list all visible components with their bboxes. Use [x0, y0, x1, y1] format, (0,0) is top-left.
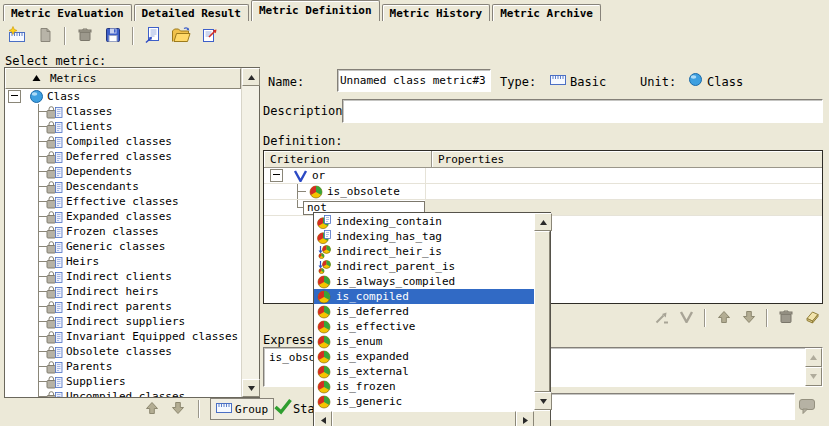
- scroll-up-button[interactable]: [534, 213, 552, 231]
- column-header-criterion[interactable]: Criterion: [264, 151, 432, 168]
- tree-item-effective-classes[interactable]: Effective classes: [5, 194, 241, 209]
- criterion-tag-icon: [317, 230, 332, 244]
- move-criterion-down-button: [737, 306, 760, 330]
- tab-metric-history[interactable]: Metric History: [382, 4, 491, 21]
- scroll-up-button[interactable]: [242, 68, 260, 86]
- arrow-up-icon: [716, 309, 732, 328]
- tab-bar: Metric EvaluationDetailed ResultMetric D…: [0, 0, 829, 21]
- tree-item-indirect-parents[interactable]: Indirect parents: [5, 299, 241, 314]
- tree-item-uncompiled-classes[interactable]: Uncompiled classes: [5, 389, 241, 397]
- tree-item-class[interactable]: Class: [5, 89, 241, 104]
- scroll-down-button[interactable]: [242, 379, 260, 397]
- tree-item-invariant-equipped-classes[interactable]: Invariant Equipped classes: [5, 329, 241, 344]
- tree-item-obsolete-classes[interactable]: Obsolete classes: [5, 344, 241, 359]
- criterion-relation-icon: [317, 245, 332, 259]
- export-metrics-button[interactable]: [196, 24, 222, 48]
- criterion-option-is-compiled[interactable]: is_compiled: [314, 289, 534, 304]
- description-input[interactable]: [342, 99, 823, 123]
- group-toggle-button[interactable]: Group: [210, 398, 274, 420]
- criterion-option-is-effective[interactable]: is_effective: [314, 319, 534, 334]
- tree-item-expanded-classes[interactable]: Expanded classes: [5, 209, 241, 224]
- criterion-row-is-obsolete[interactable]: is_obsolete: [264, 184, 822, 200]
- wrap-with-or-button: [675, 306, 698, 330]
- open-metric-file-button[interactable]: [168, 24, 194, 48]
- scrollbar-thumb[interactable]: [332, 411, 516, 426]
- tree-item-indirect-clients[interactable]: Indirect clients: [5, 269, 241, 284]
- status-field[interactable]: [546, 393, 795, 420]
- tree-scrollbar[interactable]: [241, 68, 259, 397]
- tree-item-indirect-heirs[interactable]: Indirect heirs: [5, 284, 241, 299]
- save-metric-button[interactable]: [100, 24, 126, 48]
- metric-name-input[interactable]: [337, 69, 491, 92]
- collapse-icon[interactable]: [8, 90, 21, 103]
- tree-sort-header[interactable]: Metrics: [5, 68, 241, 89]
- new-metric-button[interactable]: [4, 24, 30, 48]
- arrow-up-icon: [144, 400, 160, 419]
- criterion-option-is-frozen[interactable]: is_frozen: [314, 379, 534, 394]
- dropdown-vertical-scrollbar[interactable]: [534, 213, 550, 410]
- tree-item-generic-classes[interactable]: Generic classes: [5, 239, 241, 254]
- criterion-option-is-enum[interactable]: is_enum: [314, 334, 534, 349]
- tree-item-indirect-suppliers[interactable]: Indirect suppliers: [5, 314, 241, 329]
- criterion-option-is-always-compiled[interactable]: is_always_compiled: [314, 274, 534, 289]
- definition-label: Definition:: [263, 134, 342, 148]
- criterion-option-indirect-heir-is[interactable]: indirect_heir_is: [314, 244, 534, 259]
- tab-metric-definition[interactable]: Metric Definition: [251, 0, 380, 21]
- tree-item-descendants[interactable]: Descendants: [5, 179, 241, 194]
- tree-item-classes[interactable]: Classes: [5, 104, 241, 119]
- collapse-icon[interactable]: [270, 169, 283, 182]
- group-button-label: Group: [235, 403, 268, 416]
- criterion-option-indexing-has-tag[interactable]: indexing_has_tag: [314, 229, 534, 244]
- criterion-tag-icon: [317, 215, 332, 229]
- criterion-relation-icon: [317, 260, 332, 274]
- comment-icon[interactable]: [797, 397, 817, 415]
- import-metrics-button[interactable]: [140, 24, 166, 48]
- dropdown-horizontal-scrollbar[interactable]: [314, 411, 534, 426]
- tree-item-parents[interactable]: Parents: [5, 359, 241, 374]
- criterion-pie-icon: [317, 335, 332, 349]
- metric-lock-icon: [46, 240, 63, 254]
- new-metric-icon: [7, 26, 27, 47]
- criterion-list: indexing_containindexing_has_tagindirect…: [314, 214, 534, 411]
- or-icon: [293, 170, 308, 182]
- tree-item-suppliers[interactable]: Suppliers: [5, 374, 241, 389]
- toolbar-separator: [132, 27, 134, 45]
- criterion-option-indexing-contain[interactable]: indexing_contain: [314, 214, 534, 229]
- metric-type-value: Basic: [570, 75, 606, 89]
- criterion-row-or[interactable]: or: [264, 168, 822, 184]
- delete-icon: [777, 308, 795, 329]
- tab-metric-evaluation[interactable]: Metric Evaluation: [3, 4, 132, 21]
- criterion-pie-icon: [309, 185, 323, 199]
- duplicate-metric-button: [32, 24, 58, 48]
- scrollbar-thumb[interactable]: [534, 231, 550, 392]
- move-metric-up-button: [142, 399, 162, 419]
- tree-item-deferred-classes[interactable]: Deferred classes: [5, 149, 241, 164]
- tab-metric-archive[interactable]: Metric Archive: [492, 4, 601, 21]
- metric-lock-icon: [46, 360, 63, 374]
- tree-item-frozen-classes[interactable]: Frozen classes: [5, 224, 241, 239]
- scroll-left-button[interactable]: [314, 411, 332, 426]
- erase-criterion-button[interactable]: [799, 306, 822, 330]
- scroll-right-button[interactable]: [516, 411, 534, 426]
- scroll-down-button[interactable]: [534, 392, 552, 410]
- column-header-properties[interactable]: Properties: [432, 151, 822, 168]
- spin-up-button: [805, 348, 822, 367]
- criterion-pie-icon: [317, 320, 332, 334]
- tree-item-clients[interactable]: Clients: [5, 119, 241, 134]
- criterion-option-is-generic[interactable]: is_generic: [314, 394, 534, 409]
- tree-item-dependents[interactable]: Dependents: [5, 164, 241, 179]
- move-metric-down-button: [168, 399, 188, 419]
- criterion-option-indirect-parent-is[interactable]: indirect_parent_is: [314, 259, 534, 274]
- eraser-icon: [802, 309, 820, 328]
- metric-unit-value: Class: [707, 75, 743, 89]
- scrollbar-track[interactable]: [242, 86, 259, 379]
- criterion-option-is-deferred[interactable]: is_deferred: [314, 304, 534, 319]
- tree-item-heirs[interactable]: Heirs: [5, 254, 241, 269]
- criterion-option-is-expanded[interactable]: is_expanded: [314, 349, 534, 364]
- metric-lock-icon: [46, 180, 63, 194]
- type-label: Type:: [500, 75, 536, 89]
- criterion-pie-icon: [317, 350, 332, 364]
- tab-detailed-result[interactable]: Detailed Result: [134, 4, 249, 21]
- tree-item-compiled-classes[interactable]: Compiled classes: [5, 134, 241, 149]
- criterion-option-is-external[interactable]: is_external: [314, 364, 534, 379]
